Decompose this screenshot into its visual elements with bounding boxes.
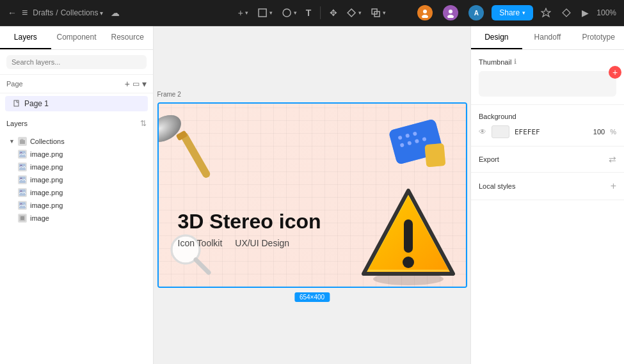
collections-group-item[interactable]: ▼ Collections	[5, 135, 148, 148]
layers-sort-icon[interactable]: ⇅	[140, 119, 147, 128]
bg-color-swatch[interactable]	[492, 125, 509, 138]
background-header: Background	[479, 113, 616, 120]
svg-point-6	[449, 10, 452, 13]
opacity-value[interactable]: 100	[593, 128, 605, 136]
background-title: Background	[479, 113, 516, 120]
frame-label: Frame 2	[157, 91, 181, 98]
page-icon	[13, 100, 20, 107]
menu-button[interactable]: ≡	[22, 7, 28, 19]
list-item[interactable]: image.png	[14, 186, 148, 199]
frame-tool[interactable]: ▾	[255, 5, 275, 20]
breadcrumb: Drafts / Collections ▾	[33, 8, 103, 17]
layer-children: image.png image.png image.png	[5, 148, 148, 225]
opacity-pct: %	[610, 128, 616, 136]
list-item[interactable]: image.png	[14, 161, 148, 173]
thumbnail-area[interactable]: +	[479, 71, 616, 97]
text-tool[interactable]: T	[303, 5, 314, 20]
zoom-level[interactable]: 100%	[596, 8, 616, 17]
svg-point-5	[422, 15, 428, 18]
svg-rect-35	[424, 143, 445, 167]
play-button[interactable]: ▶	[579, 5, 591, 20]
group-folder-icon	[18, 137, 27, 146]
tab-prototype[interactable]: Prototype	[573, 26, 624, 49]
frame-container: Frame 2	[157, 102, 467, 288]
frame-content: 3D Stereo icon Icon Toolkit UX/UI Design	[159, 104, 466, 287]
breadcrumb-drafts[interactable]: Drafts	[33, 8, 53, 17]
layer-img-icon	[18, 150, 27, 159]
layer-img-icon	[18, 162, 27, 171]
background-section: Background 👁 EFEFEF 100 %	[471, 105, 624, 146]
cloud-icon[interactable]: ☁	[108, 5, 122, 20]
background-row: 👁 EFEFEF 100 %	[479, 125, 616, 138]
layer-img-icon	[18, 201, 27, 210]
frame-subtitle: Icon Toolkit UX/UI Design	[178, 238, 321, 248]
frame-title: 3D Stereo icon	[178, 210, 321, 233]
local-styles-add-button[interactable]: +	[611, 180, 616, 192]
svg-point-41	[403, 257, 414, 268]
svg-point-4	[423, 10, 427, 13]
page-expand-button[interactable]: ▾	[142, 79, 147, 89]
visibility-toggle[interactable]: 👁	[479, 127, 486, 136]
frame-text-area: 3D Stereo icon Icon Toolkit UX/UI Design	[178, 210, 321, 248]
list-item[interactable]: image.png	[14, 148, 148, 161]
list-item[interactable]: image	[14, 212, 148, 225]
avatar-2	[440, 3, 461, 23]
layer-group-icon	[18, 214, 27, 223]
right-panel-tabs: Design Handoff Prototype	[471, 26, 624, 50]
page-folder-button[interactable]: ▭	[132, 79, 140, 88]
page-section: Page + ▭ ▾	[0, 75, 153, 93]
svg-line-44	[196, 260, 209, 273]
svg-rect-40	[404, 219, 413, 253]
back-button[interactable]: ←	[8, 8, 17, 18]
tab-resource[interactable]: Resource	[102, 26, 153, 49]
layers-header: Layers ⇅	[0, 114, 153, 133]
thumbnail-info-icon: ℹ	[514, 58, 516, 66]
bg-color-value[interactable]: EFEFEF	[515, 128, 540, 136]
search-input[interactable]	[6, 55, 147, 69]
svg-point-1	[283, 9, 291, 17]
toolbar-center: +▾ ▾ ▾ T ✥ ▾ ▾	[236, 5, 389, 20]
frame-size-badge: 654×400	[294, 292, 330, 302]
export-row: Export ⇄	[479, 154, 616, 164]
page-item-1[interactable]: Page 1	[5, 96, 148, 111]
tab-design[interactable]: Design	[471, 26, 522, 49]
left-panel: Layers Component Resource Page + ▭ ▾ Pag…	[0, 26, 154, 364]
svg-rect-0	[259, 9, 266, 17]
page-actions: + ▭ ▾	[125, 79, 147, 89]
svg-rect-21	[179, 131, 211, 179]
variable-icon[interactable]	[559, 5, 574, 20]
collections-group: ▼ Collections image.png image.pn	[0, 133, 153, 226]
svg-rect-20	[20, 216, 24, 220]
tab-handoff[interactable]: Handoff	[522, 26, 573, 49]
page-add-button[interactable]: +	[125, 79, 130, 89]
canvas[interactable]: Frame 2	[154, 26, 470, 364]
layer-img-icon	[18, 175, 27, 184]
scale-tool[interactable]: ▾	[368, 5, 388, 20]
breadcrumb-separator: /	[56, 8, 58, 17]
panel-tabs: Layers Component Resource	[0, 26, 153, 50]
add-button[interactable]: +▾	[236, 5, 251, 20]
share-button[interactable]: Share ▾	[492, 5, 533, 20]
thumbnail-add-button[interactable]: +	[609, 66, 621, 79]
search-bar	[0, 50, 153, 75]
local-styles-row: Local styles +	[479, 180, 616, 192]
svg-point-23	[157, 109, 186, 147]
page-label: Page	[6, 80, 23, 88]
frame-box[interactable]: 3D Stereo icon Icon Toolkit UX/UI Design	[157, 102, 467, 288]
local-styles-section: Local styles +	[471, 173, 624, 200]
thumbnail-title: Thumbnail ℹ	[479, 58, 516, 66]
tab-layers[interactable]: Layers	[0, 26, 51, 49]
export-icon[interactable]: ⇄	[609, 154, 616, 164]
avatar-1	[415, 3, 435, 23]
export-section: Export ⇄	[471, 146, 624, 173]
component-tool[interactable]: ▾	[344, 5, 364, 20]
move-tool[interactable]: ✥	[327, 5, 340, 20]
divider	[320, 6, 321, 19]
list-item[interactable]: image.png	[14, 199, 148, 212]
list-item[interactable]: image.png	[14, 173, 148, 186]
plugin-icon[interactable]	[538, 5, 554, 20]
breadcrumb-current[interactable]: Collections ▾	[61, 8, 104, 17]
right-panel: Design Handoff Prototype Thumbnail ℹ + B…	[470, 26, 624, 364]
shape-tool[interactable]: ▾	[279, 5, 300, 20]
tab-component[interactable]: Component	[51, 26, 102, 49]
